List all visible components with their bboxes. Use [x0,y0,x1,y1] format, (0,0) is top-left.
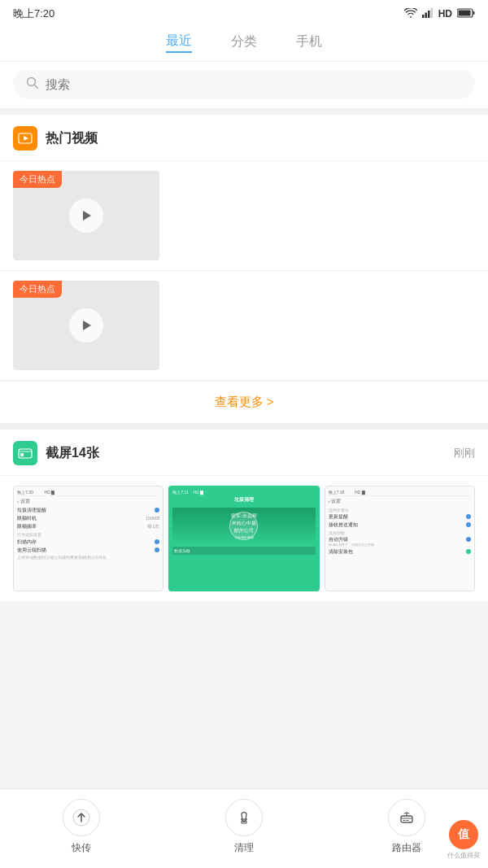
bottom-nav: 快传 清理 路由器 值 [0,788,488,868]
router-icon [388,799,425,836]
svg-rect-5 [473,11,475,15]
video-list: 今日热点 今日热点 [0,161,488,381]
hot-badge-1: 今日热点 [13,171,62,188]
screenshot-preview-2[interactable]: 晚上7:11 HD ▇ 垃圾清理 密军:永远帮米粒心中最酷的公司小米MIX评测 … [168,486,319,591]
video-thumb-2[interactable]: 今日热点 [13,281,159,370]
svg-line-8 [35,85,38,89]
divider-1 [0,108,488,115]
screenshot-preview-1[interactable]: 晚上7:30 HD ▇ ‹ 设置 垃圾清理提醒 限额时机100MB 限额频率每1… [13,486,163,591]
tab-bar: 最近 分类 手机 [0,24,488,61]
screenshot-preview-3[interactable]: 晚上7:18 HD ▇ ‹ 设置 适用作显示 更新提醒 接收推送通知 其他功能 … [325,486,475,591]
hot-badge-2: 今日热点 [13,281,62,298]
hot-videos-icon [13,126,37,150]
router-label: 路由器 [392,841,421,855]
tab-category[interactable]: 分类 [231,32,257,52]
logo-text: 什么值得买 [447,851,480,860]
divider-2 [0,423,488,430]
screenshots-header: 截屏14张 刚刚 [0,430,488,476]
video-thumb-1[interactable]: 今日热点 [13,171,159,260]
svg-rect-20 [401,816,412,822]
wifi-icon [404,8,417,20]
nav-transfer[interactable]: 快传 [63,799,100,855]
search-icon [26,76,39,92]
screenshots-title: 截屏14张 [46,445,446,462]
battery-icon [457,8,475,20]
search-input[interactable] [46,77,462,91]
clean-label: 清理 [234,841,254,855]
play-button-1[interactable] [69,198,103,233]
svg-rect-15 [20,453,24,456]
svg-rect-1 [425,12,427,18]
nav-router[interactable]: 路由器 [388,799,425,855]
svg-rect-2 [428,11,430,18]
screenshots-section: 截屏14张 刚刚 晚上7:30 HD ▇ ‹ 设置 垃圾清理提醒 限额时机100… [0,430,488,601]
svg-rect-6 [459,10,471,15]
tab-phone[interactable]: 手机 [296,32,322,52]
clean-icon [225,799,263,836]
status-right: HD [404,8,475,20]
bottom-logo: 值 什么值得买 [447,820,480,860]
video-card-2: 今日热点 [0,271,488,381]
hd-label: HD [438,8,452,20]
nav-clean[interactable]: 清理 [225,799,263,855]
screenshots-time: 刚刚 [454,446,475,460]
svg-rect-3 [430,8,433,18]
status-bar: 晚上7:20 HD [0,0,488,24]
search-area [0,61,488,108]
status-time: 晚上7:20 [13,7,54,21]
transfer-icon [63,799,100,836]
screenshots-row: 晚上7:30 HD ▇ ‹ 设置 垃圾清理提醒 限额时机100MB 限额频率每1… [0,476,488,601]
transfer-label: 快传 [72,841,91,855]
svg-rect-0 [422,15,425,18]
search-box[interactable] [13,70,475,98]
view-more-button[interactable]: 查看更多 > [0,381,488,423]
svg-marker-12 [83,321,91,330]
svg-marker-10 [24,136,28,141]
hot-videos-title: 热门视频 [46,130,475,147]
video-card-1: 今日热点 [0,161,488,271]
tab-recent[interactable]: 最近 [166,31,192,53]
svg-marker-11 [83,211,91,220]
hot-videos-header: 热门视频 [0,115,488,161]
screenshots-icon [13,441,37,465]
signal-icon [422,8,434,20]
logo-icon: 值 [449,820,478,849]
play-button-2[interactable] [69,308,103,342]
